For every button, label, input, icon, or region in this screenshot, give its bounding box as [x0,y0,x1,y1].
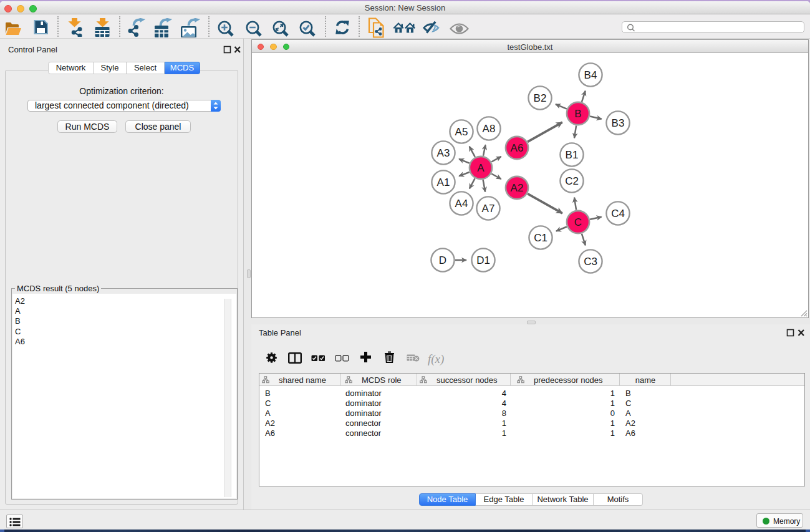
svg-text:B1: B1 [566,149,579,161]
svg-text:A2: A2 [511,182,524,194]
svg-text:A7: A7 [482,203,495,215]
svg-text:C2: C2 [565,175,579,187]
svg-text:B4: B4 [584,69,597,81]
svg-text:A5: A5 [455,126,468,138]
svg-text:B: B [574,108,581,120]
svg-text:D: D [439,254,446,266]
svg-text:A4: A4 [455,198,468,210]
svg-text:C: C [574,216,582,228]
svg-text:B3: B3 [612,117,625,129]
svg-text:A8: A8 [483,123,496,135]
svg-text:D1: D1 [476,254,490,266]
svg-text:B2: B2 [534,92,547,104]
svg-text:A: A [477,162,485,174]
svg-text:A1: A1 [437,177,450,188]
svg-text:C3: C3 [584,256,597,268]
svg-text:A3: A3 [437,147,450,159]
svg-text:A6: A6 [511,142,524,154]
svg-text:C4: C4 [611,208,625,220]
svg-text:C1: C1 [534,232,547,244]
